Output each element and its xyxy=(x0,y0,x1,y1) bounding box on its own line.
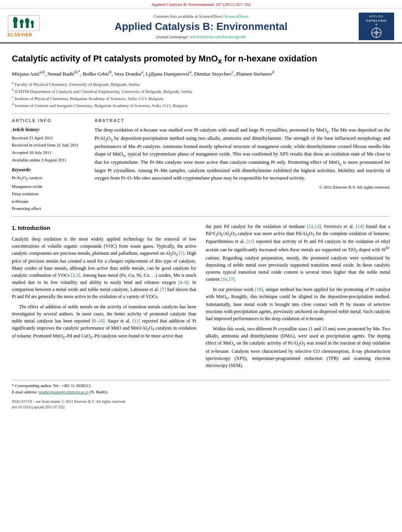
affiliation-b: b ICHTM-Department of Catalysis and Chem… xyxy=(12,87,390,95)
intro-title: 1. Introduction xyxy=(12,224,196,232)
main-right-col: the pure Pd catalyst for the oxidation o… xyxy=(206,223,391,372)
logo-b: B xyxy=(376,23,378,27)
article-info-col: ARTICLE INFO Article history: Received 2… xyxy=(12,118,87,212)
svg-point-1 xyxy=(13,17,18,23)
article-info-abstract: ARTICLE INFO Article history: Received 2… xyxy=(12,118,390,212)
logo-label: APPLIED xyxy=(369,15,384,19)
elsevier-logo-area: ELSEVIER xyxy=(8,15,55,38)
journal-reference-bar: Applied Catalysis B: Environmental 107 (… xyxy=(0,0,402,9)
keyword-4: n-Hexane xyxy=(12,198,87,205)
article-info-heading: ARTICLE INFO xyxy=(12,118,87,124)
keyword-1: Pt/Al2O3 catalyst xyxy=(12,174,87,183)
journal-title: Applied Catalysis B: Environmental xyxy=(55,21,347,32)
catalysis-logo-area: APPLIED CATALYSIS B xyxy=(347,13,394,40)
footer-issn: 0926-3373/$ – see front matter © 2011 El… xyxy=(12,399,390,404)
keyword-2: Manganese oxide xyxy=(12,183,87,190)
accepted-date: Accepted 26 July 2011 xyxy=(12,149,87,156)
available-date: Available online 3 August 2011 xyxy=(12,156,87,164)
journal-header: ELSEVIER Contents lists available at Sci… xyxy=(0,9,402,43)
elsevier-image xyxy=(8,15,39,31)
affiliation-c: c Institute of Physical Chemistry, Bulga… xyxy=(12,95,390,102)
contents-line: Contents lists available at ScienceDirec… xyxy=(55,13,347,19)
main-two-col: 1. Introduction Catalytic deep oxidation… xyxy=(12,223,390,372)
svg-point-3 xyxy=(20,19,24,24)
article-dates: Received 21 April 2011 Received in revis… xyxy=(12,134,87,164)
journal-title-area: Contents lists available at ScienceDirec… xyxy=(55,13,347,40)
footer-doi: doi:10.1016/j.apcatb.2011.07.032 xyxy=(12,404,390,410)
email-link[interactable]: nradic@nanosys.ihtm.bg.ac.rs xyxy=(39,390,89,394)
logo-title: CATALYSIS xyxy=(366,19,387,23)
sciencedirect-link[interactable]: ScienceDirect xyxy=(224,14,249,19)
authors-line: Mirjana Anića,b, Nenad Radićb,*, Boško G… xyxy=(12,69,390,78)
journal-homepage: journal homepage: www.elsevier.com/locat… xyxy=(55,34,347,40)
body-divider xyxy=(12,216,390,217)
footer-info: 0926-3373/$ – see front matter © 2011 El… xyxy=(12,399,390,410)
paper-title: Catalytic activity of Pt catalysts promo… xyxy=(12,54,390,65)
revised-date: Received in revised form 21 July 2011 xyxy=(12,141,87,149)
keywords-label: Keywords: xyxy=(12,167,87,173)
footnote-area: * Corresponding author. Tel.: +381 11 26… xyxy=(12,380,390,396)
elsevier-wordmark: ELSEVIER xyxy=(8,32,32,38)
journal-ref-text: Applied Catalysis B: Environmental 107 (… xyxy=(152,2,251,7)
abstract-heading: ABSTRACT xyxy=(94,118,390,124)
keywords-list: Pt/Al2O3 catalyst Manganese oxide Deep o… xyxy=(12,174,87,212)
right-body: the pure Pd catalyst for the oxidation o… xyxy=(206,223,391,369)
received-date: Received 21 April 2011 xyxy=(12,134,87,142)
main-left-col: 1. Introduction Catalytic deep oxidation… xyxy=(12,223,196,372)
svg-point-5 xyxy=(25,18,30,24)
header-divider xyxy=(12,113,390,114)
footnote-star: * Corresponding author. Tel.: +381 11 26… xyxy=(12,383,390,389)
homepage-url[interactable]: www.elsevier.com/locate/apcatb xyxy=(190,34,246,39)
article-history-label: Article history: xyxy=(12,126,87,133)
intro-body: Catalytic deep oxidation is the most wid… xyxy=(12,235,196,341)
paper-body: Catalytic activity of Pt catalysts promo… xyxy=(0,43,402,418)
catalysis-logo: APPLIED CATALYSIS B xyxy=(359,13,394,40)
keyword-3: Deep oxidation xyxy=(12,190,87,198)
footnote-email: E-mail address: nradic@nanosys.ihtm.bg.a… xyxy=(12,389,390,396)
affiliations: a Faculty of Physical Chemistry, Univers… xyxy=(12,80,390,109)
elsevier-tree-icon xyxy=(12,17,35,30)
logo-graphic xyxy=(367,27,386,39)
copyright-line: © 2011 Elsevier B.V. All rights reserved… xyxy=(94,184,390,191)
affiliation-d: d Institute of General and Inorganic Che… xyxy=(12,102,390,109)
affiliation-a: a Faculty of Physical Chemistry, Univers… xyxy=(12,80,390,87)
main-content: 1. Introduction Catalytic deep oxidation… xyxy=(12,223,390,372)
svg-point-7 xyxy=(31,20,34,24)
abstract-col: ABSTRACT The deep oxidation of n-hexane … xyxy=(94,118,390,212)
abstract-text: The deep oxidation of n-hexane was studi… xyxy=(94,126,390,191)
keyword-5: Promoting effect xyxy=(12,205,87,212)
